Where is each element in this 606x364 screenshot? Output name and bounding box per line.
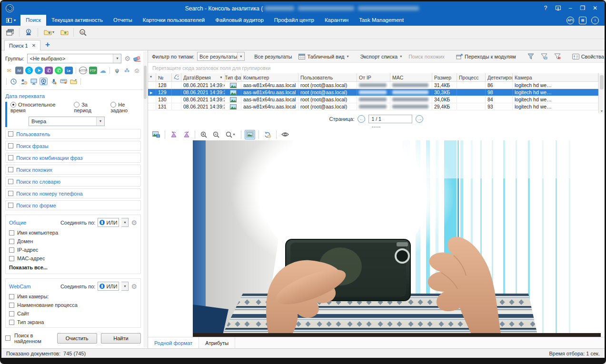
import-query-button[interactable]	[59, 27, 70, 38]
radio-period[interactable]: За период	[74, 102, 104, 113]
check-domain[interactable]: Домен	[9, 238, 137, 244]
check-camera-name[interactable]: Имя камеры:	[9, 294, 137, 299]
help-button[interactable]: ?	[540, 3, 551, 13]
filter-edit-button[interactable]	[539, 52, 549, 60]
col-detected[interactable]: Детектирова	[486, 73, 513, 81]
menu-tab-profile-center[interactable]: Профайл центр	[269, 15, 319, 26]
col-computer[interactable]: Компьютер	[241, 73, 298, 81]
microphone-icon[interactable]	[50, 78, 58, 85]
monitor-icon[interactable]	[30, 78, 38, 85]
find-button[interactable]: Найти	[101, 333, 141, 344]
export-list-button[interactable]: Экспорт списка▾	[358, 53, 404, 60]
checkbox[interactable]	[8, 167, 13, 172]
usb-icon[interactable]: ψ	[113, 67, 121, 74]
col-process[interactable]: Процесс	[457, 73, 486, 81]
group-by-hint[interactable]: Перетащите сюда заголовок поля для групп…	[148, 63, 605, 73]
checkbox[interactable]	[8, 143, 13, 148]
groups-select[interactable]: <Не выбрано> ▾	[27, 54, 122, 63]
zoom-in-button[interactable]	[199, 130, 209, 139]
check-computer-name[interactable]: Имя компьютера	[9, 230, 137, 236]
menu-tab-task-management[interactable]: Task Management	[354, 15, 409, 26]
zoom-menu-button[interactable]: ▾	[223, 130, 238, 139]
close-tab-icon[interactable]: ✕	[32, 43, 36, 48]
filter-dictionary[interactable]: Поиск по словарю	[5, 177, 141, 187]
col-camera[interactable]: Камера	[513, 73, 598, 81]
skype-icon[interactable]: S	[25, 67, 33, 74]
checkbox[interactable]	[9, 303, 14, 308]
menu-tab-quarantine[interactable]: Карантин	[319, 15, 354, 26]
checkbox[interactable]	[8, 155, 13, 160]
info-icon[interactable]: i	[591, 17, 599, 24]
clear-button[interactable]: Очистить	[57, 333, 97, 344]
table-view-button[interactable]: Табличный вид▾	[297, 53, 350, 60]
viber-icon[interactable]: ✆	[45, 67, 53, 74]
menu-tab-reports[interactable]: Отчеты	[108, 15, 138, 26]
save-image-button[interactable]	[151, 130, 161, 139]
goto-modules-button[interactable]: Переходы к модулям	[454, 53, 518, 60]
checkbox[interactable]	[9, 239, 14, 244]
tab-native-format[interactable]: Родной формат	[148, 337, 199, 348]
col-datetime[interactable]: Дата\Время▼	[181, 73, 225, 81]
splitter-handle[interactable]: •••••	[148, 125, 605, 128]
checkbox[interactable]	[9, 320, 14, 325]
filter-phone-number[interactable]: Поиск по номеру телефона	[5, 188, 141, 198]
join-operator-select[interactable]: ИЛИ	[98, 282, 119, 291]
mail-icon[interactable]: ✉	[5, 67, 13, 74]
col-num[interactable]: №	[156, 73, 172, 81]
export-query-button[interactable]: ▾	[41, 27, 57, 38]
search-in-found-checkbox[interactable]	[5, 335, 10, 341]
filter-clear-button[interactable]	[552, 52, 563, 60]
prev-page-button[interactable]: ←	[358, 115, 365, 123]
search-by-id-button[interactable]: ID	[77, 27, 89, 38]
chevron-down-icon[interactable]: ▾	[96, 117, 104, 126]
chevron-down-icon[interactable]: ▾	[121, 218, 129, 227]
filter-form[interactable]: Поиск по форме	[5, 200, 141, 210]
table-scrollbar[interactable]: ▼	[598, 73, 605, 113]
printer-icon[interactable]: ⎙	[133, 67, 141, 74]
webcam-settings-gear-icon[interactable]: ⚙	[131, 283, 137, 290]
radio-not-set[interactable]: Не задано	[110, 102, 141, 113]
menu-tab-poisk[interactable]: Поиск	[20, 15, 46, 26]
fit-to-window-button[interactable]	[245, 130, 255, 139]
sidebar-scrollbar[interactable]	[143, 51, 147, 347]
minimize-button[interactable]: –	[565, 3, 576, 13]
groups-settings-gear-icon[interactable]: ⚙	[124, 55, 130, 62]
col-size[interactable]: Размер	[432, 73, 457, 81]
checkbox[interactable]	[9, 230, 14, 236]
filter-phrase[interactable]: Поиск фразы	[5, 141, 141, 151]
radio-relative-time[interactable]: Относительное время	[10, 102, 67, 113]
checkbox[interactable]	[8, 203, 13, 208]
cascade-windows-button[interactable]	[4, 27, 16, 38]
devices-icon[interactable]: ⁂	[123, 67, 131, 74]
check-mac[interactable]: MAC-адрес	[9, 256, 137, 261]
user-properties-button[interactable]: Свойства пользо...	[570, 53, 605, 60]
filter-phrase-combo[interactable]: Поиск по комбинации фраз	[5, 153, 141, 163]
check-process-name[interactable]: Наименование процесса	[9, 302, 137, 308]
col-filetype[interactable]: Тип фа	[225, 73, 241, 81]
next-page-button[interactable]: →	[416, 115, 423, 123]
scrollbar-thumb[interactable]	[144, 66, 147, 99]
eraser-icon[interactable]	[133, 56, 141, 61]
checkbox[interactable]	[8, 191, 13, 196]
col-mac[interactable]: MAC	[390, 73, 432, 81]
checkbox[interactable]	[9, 256, 14, 261]
col-tag[interactable]	[172, 73, 181, 81]
show-all-link[interactable]: Показать все...	[9, 265, 137, 270]
window-pin-button[interactable]	[552, 3, 564, 13]
all-results-button[interactable]: Все результаты	[252, 53, 294, 60]
app-menu-button[interactable]: ▾	[1, 15, 20, 26]
checkbox[interactable]	[8, 179, 13, 184]
modules-icon[interactable]: ▤	[579, 17, 586, 24]
checkbox[interactable]	[8, 131, 13, 137]
table-row[interactable]: 131 08.06.2021 14:39:33 aas-w81x64ru.aas…	[148, 103, 598, 110]
scroll-down-icon[interactable]: ▼	[599, 109, 605, 113]
lync-icon[interactable]: L▸	[65, 67, 73, 74]
rotate-right-button[interactable]	[181, 130, 191, 139]
restore-button[interactable]: ❐	[577, 3, 588, 13]
filter-similar[interactable]: Поиск похожих	[5, 165, 141, 175]
webcam-icon[interactable]	[40, 78, 48, 85]
rotate-left-button[interactable]	[169, 130, 179, 139]
menu-tab-user-cards[interactable]: Карточки пользователей	[138, 15, 210, 26]
page-input[interactable]: 1 / 1	[368, 115, 412, 123]
preview-eye-button[interactable]	[280, 130, 290, 139]
